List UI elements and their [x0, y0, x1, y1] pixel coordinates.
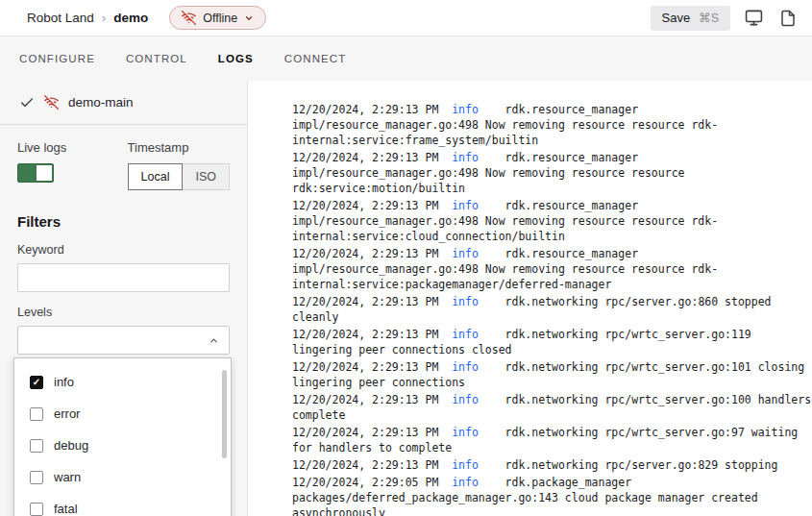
log-timestamp: 12/20/2024, 2:29:13 PM: [292, 103, 438, 116]
log-level: info: [452, 476, 479, 489]
level-checkbox-info[interactable]: [30, 376, 43, 389]
level-option-error[interactable]: error: [14, 398, 231, 430]
keyword-input[interactable]: [17, 263, 230, 292]
wifi-off-icon: [182, 11, 196, 25]
level-option-warn[interactable]: warn: [14, 461, 231, 493]
log-timestamp: 12/20/2024, 2:29:13 PM: [292, 393, 438, 406]
log-level: info: [452, 151, 479, 164]
monitor-icon-button[interactable]: [743, 7, 765, 29]
filters-title: Filters: [17, 213, 230, 230]
log-entry: 12/20/2024, 2:29:13 PM info rdk.resource…: [292, 246, 812, 292]
log-entry: 12/20/2024, 2:29:13 PM info rdk.networki…: [292, 327, 812, 357]
topbar: Robot Land › demo Offline Save ⌘S: [0, 0, 812, 37]
log-entry: 12/20/2024, 2:29:13 PM info rdk.resource…: [292, 150, 812, 196]
log-level: info: [452, 199, 479, 212]
level-checkbox-debug[interactable]: [30, 439, 43, 453]
levels-dropdown-panel: infoerrordebugwarnfatal: [13, 357, 232, 516]
monitor-icon: [745, 9, 763, 27]
timestamp-label: Timestamp: [128, 140, 230, 155]
log-timestamp: 12/20/2024, 2:29:13 PM: [292, 328, 438, 341]
log-level: info: [452, 458, 479, 472]
log-entry: 12/20/2024, 2:29:13 PM info rdk.resource…: [292, 198, 812, 244]
level-label: info: [54, 375, 74, 389]
level-checkbox-warn[interactable]: [30, 471, 43, 484]
document-icon: [779, 10, 797, 27]
tab-control[interactable]: CONTROL: [126, 53, 187, 64]
log-timestamp: 12/20/2024, 2:29:13 PM: [292, 295, 438, 308]
chevron-up-icon: [209, 335, 219, 346]
log-entry: 12/20/2024, 2:29:13 PM info rdk.resource…: [292, 102, 812, 148]
status-label: Offline: [203, 12, 237, 25]
log-entry: 12/20/2024, 2:29:13 PM info rdk.networki…: [292, 294, 812, 325]
save-button[interactable]: Save ⌘S: [651, 6, 730, 31]
check-icon: [19, 95, 35, 111]
tab-bar: CONFIGURECONTROLLOGSCONNECT: [0, 37, 812, 81]
level-option-fatal[interactable]: fatal: [14, 493, 231, 516]
log-entry: 12/20/2024, 2:29:13 PM info rdk.networki…: [292, 359, 812, 390]
dropdown-scrollbar[interactable]: [222, 370, 227, 458]
levels-select[interactable]: [17, 326, 230, 355]
log-entry: 12/20/2024, 2:29:13 PM info rdk.networki…: [292, 425, 812, 455]
log-level: info: [452, 426, 479, 439]
timestamp-format-segmented: LocalISO: [128, 163, 230, 190]
log-timestamp: 12/20/2024, 2:29:13 PM: [292, 247, 438, 260]
log-timestamp: 12/20/2024, 2:29:13 PM: [292, 426, 438, 439]
part-name: demo-main: [68, 95, 134, 110]
breadcrumb: Robot Land › demo: [27, 11, 148, 25]
toggle-knob: [37, 165, 52, 181]
level-checkbox-fatal[interactable]: [30, 503, 43, 516]
save-label: Save: [662, 11, 691, 25]
keyword-label: Keyword: [17, 243, 230, 257]
part-row-demo-main[interactable]: demo-main: [0, 81, 247, 125]
level-option-debug[interactable]: debug: [14, 430, 231, 461]
sidebar: demo-main Live logs Timestamp LocalISO F…: [0, 81, 248, 516]
log-timestamp: 12/20/2024, 2:29:13 PM: [292, 360, 438, 374]
breadcrumb-current: demo: [113, 11, 148, 25]
breadcrumb-root[interactable]: Robot Land: [27, 11, 94, 25]
log-timestamp: 12/20/2024, 2:29:05 PM: [292, 476, 438, 489]
timestamp-option-iso[interactable]: ISO: [182, 163, 230, 190]
tab-connect[interactable]: CONNECT: [284, 53, 347, 64]
chevron-down-icon: [244, 13, 254, 23]
level-label: error: [54, 406, 80, 421]
timestamp-option-local[interactable]: Local: [128, 163, 184, 190]
log-level: info: [452, 328, 479, 341]
log-message: rdk.networking rpc/server.go:829 stoppin…: [505, 458, 778, 472]
levels-label: Levels: [17, 306, 230, 319]
log-timestamp: 12/20/2024, 2:29:13 PM: [292, 151, 438, 164]
log-level: info: [452, 247, 479, 260]
log-level: info: [452, 295, 479, 308]
log-level: info: [452, 393, 479, 406]
save-shortcut: ⌘S: [699, 11, 719, 25]
live-logs-label: Live logs: [17, 140, 128, 155]
log-entry: 12/20/2024, 2:29:05 PM info rdk.package_…: [292, 475, 812, 516]
level-option-info[interactable]: info: [14, 366, 231, 398]
level-label: warn: [54, 470, 81, 484]
app-window: Robot Land › demo Offline Save ⌘S: [0, 0, 812, 516]
log-entry: 12/20/2024, 2:29:13 PM info rdk.networki…: [292, 392, 812, 423]
log-entry: 12/20/2024, 2:29:13 PM info rdk.networki…: [292, 457, 812, 473]
level-checkbox-error[interactable]: [30, 407, 43, 421]
level-label: fatal: [54, 502, 78, 516]
tab-logs[interactable]: LOGS: [218, 53, 254, 64]
level-label: debug: [54, 438, 88, 453]
live-logs-toggle[interactable]: [17, 163, 54, 183]
wifi-off-icon: [44, 95, 59, 110]
log-timestamp: 12/20/2024, 2:29:13 PM: [292, 458, 438, 472]
log-level: info: [452, 360, 479, 374]
document-icon-button[interactable]: [777, 8, 799, 29]
breadcrumb-separator: ›: [102, 11, 107, 25]
machine-status-badge[interactable]: Offline: [169, 6, 266, 30]
log-level: info: [452, 103, 479, 116]
tab-configure[interactable]: CONFIGURE: [19, 53, 95, 64]
log-timestamp: 12/20/2024, 2:29:13 PM: [292, 199, 438, 212]
log-viewer[interactable]: 12/20/2024, 2:29:13 PM info rdk.resource…: [248, 81, 812, 516]
